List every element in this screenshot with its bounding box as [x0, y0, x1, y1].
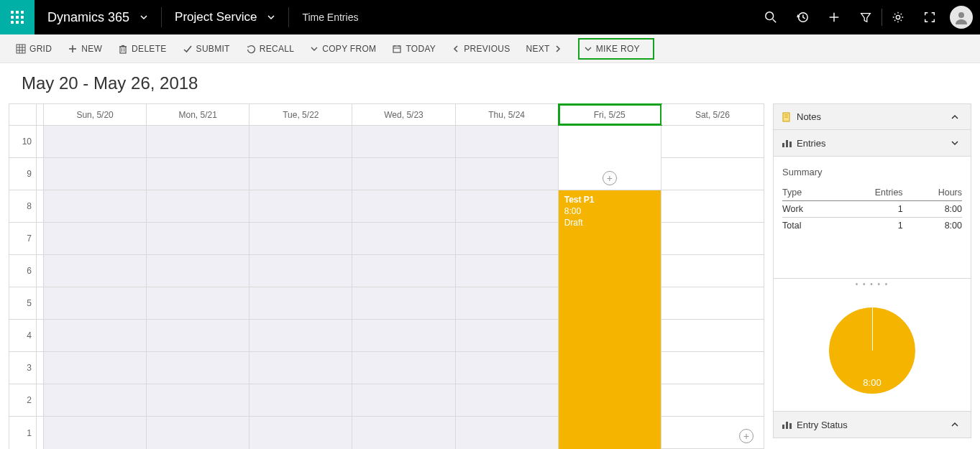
hour-label: 5: [9, 287, 36, 320]
day-column-sun[interactable]: [44, 126, 147, 449]
delete-button[interactable]: DELETE: [118, 44, 166, 54]
svg-point-15: [896, 15, 899, 19]
brand-dropdown[interactable]: Dynamics 365: [35, 10, 161, 25]
hour-label: 6: [9, 255, 36, 287]
entry-status: Draft: [564, 218, 655, 228]
svg-rect-2: [21, 11, 24, 14]
day-column-wed[interactable]: [352, 126, 455, 449]
day-header[interactable]: Thu, 5/24: [456, 104, 559, 125]
calendar: Sun, 5/20 Mon, 5/21 Tue, 5/22 Wed, 5/23 …: [9, 103, 764, 449]
svg-rect-8: [21, 21, 24, 24]
col-hours: Hours: [903, 185, 962, 201]
entries-panel-header[interactable]: Entries: [774, 130, 971, 156]
chevron-down-icon: [139, 13, 148, 22]
hour-label: 8: [9, 190, 36, 223]
day-column-sat[interactable]: +: [661, 126, 764, 449]
chevron-down-icon: [267, 13, 275, 22]
recent-icon[interactable]: [787, 0, 818, 34]
add-entry-button[interactable]: +: [739, 429, 754, 443]
submit-button[interactable]: SUBMIT: [183, 44, 230, 54]
chevron-up-icon: [951, 420, 959, 429]
col-entries: Entries: [833, 185, 902, 201]
day-header[interactable]: Mon, 5/21: [147, 104, 249, 125]
day-column-fri[interactable]: + Test P1 8:00 Draft: [559, 126, 661, 449]
entry-status-label: Entry Status: [797, 420, 848, 430]
chevron-down-icon: [951, 139, 959, 147]
pie-label: 8:00: [863, 377, 881, 388]
fullscreen-icon[interactable]: [914, 0, 945, 34]
hour-label: 1: [9, 417, 36, 449]
next-button[interactable]: NEXT: [526, 44, 562, 54]
module-label: Project Service: [162, 10, 267, 24]
bar-chart-icon: [781, 419, 792, 430]
day-header[interactable]: Sun, 5/20: [44, 104, 147, 125]
hour-label: 4: [9, 320, 36, 352]
module-dropdown[interactable]: Project Service: [162, 10, 288, 24]
app-launcher[interactable]: [0, 0, 35, 34]
hour-label: 7: [9, 223, 36, 255]
svg-rect-38: [789, 142, 792, 147]
copy-from-button[interactable]: COPY FROM: [310, 44, 376, 54]
svg-rect-36: [782, 143, 784, 147]
table-row: Work 1 8:00: [782, 201, 962, 218]
summary-table: Type Entries Hours Work 1 8:00 Total 1 8…: [782, 185, 962, 233]
svg-rect-37: [786, 140, 788, 147]
notes-label: Notes: [797, 111, 821, 122]
grid-button[interactable]: GRID: [16, 44, 52, 54]
svg-line-10: [773, 19, 777, 23]
svg-rect-6: [11, 21, 14, 24]
chevron-up-icon: [951, 113, 959, 121]
page-name: Time Entries: [289, 11, 371, 23]
new-icon[interactable]: [818, 0, 850, 34]
svg-marker-14: [861, 14, 871, 22]
settings-icon[interactable]: [882, 0, 914, 34]
resize-grip[interactable]: • • • • •: [773, 279, 971, 290]
svg-rect-3: [11, 16, 14, 19]
bar-chart-icon: [781, 137, 792, 149]
svg-rect-39: [782, 425, 784, 429]
time-entry[interactable]: Test P1 8:00 Draft: [559, 190, 661, 449]
svg-point-9: [766, 12, 774, 20]
brand-label: Dynamics 365: [35, 10, 139, 25]
day-header[interactable]: Sat, 5/26: [661, 104, 764, 125]
pie-chart: 8:00: [773, 290, 971, 412]
day-header[interactable]: Wed, 5/23: [352, 104, 455, 125]
svg-rect-4: [16, 16, 19, 19]
svg-rect-41: [789, 423, 792, 429]
previous-button[interactable]: PREVIOUS: [452, 44, 510, 54]
day-column-mon[interactable]: [147, 126, 249, 449]
svg-rect-24: [120, 47, 126, 53]
day-header[interactable]: Tue, 5/22: [249, 104, 352, 125]
svg-rect-17: [17, 45, 25, 53]
svg-rect-5: [21, 16, 24, 19]
entry-title: Test P1: [564, 195, 655, 205]
notes-icon: [781, 111, 792, 123]
page-title: May 20 - May 26, 2018: [0, 63, 980, 103]
hour-label: 10: [9, 126, 36, 158]
table-row: Total 1 8:00: [782, 218, 962, 234]
day-column-thu[interactable]: [456, 126, 559, 449]
new-button[interactable]: NEW: [68, 44, 102, 54]
add-entry-button[interactable]: +: [603, 171, 617, 185]
notes-panel-header[interactable]: Notes: [774, 104, 971, 130]
user-filter-button[interactable]: MIKE ROY: [578, 38, 654, 60]
day-header-selected[interactable]: Fri, 5/25: [559, 104, 661, 125]
filter-icon[interactable]: [850, 0, 881, 34]
svg-rect-7: [16, 21, 19, 24]
hour-label: 9: [9, 158, 36, 190]
summary-label: Summary: [782, 167, 962, 177]
search-icon[interactable]: [755, 0, 787, 34]
entries-label: Entries: [797, 138, 825, 149]
svg-rect-1: [16, 11, 19, 14]
svg-point-16: [958, 12, 964, 18]
entry-time: 8:00: [564, 206, 655, 216]
entry-status-panel-header[interactable]: Entry Status: [774, 412, 971, 438]
today-button[interactable]: TODAY: [392, 44, 436, 54]
user-avatar[interactable]: [950, 6, 973, 29]
day-column-tue[interactable]: [249, 126, 352, 449]
hour-label: 3: [9, 352, 36, 384]
svg-rect-0: [11, 11, 14, 14]
recall-button[interactable]: RECALL: [246, 44, 295, 54]
col-type: Type: [782, 185, 833, 201]
hour-label: 2: [9, 384, 36, 417]
